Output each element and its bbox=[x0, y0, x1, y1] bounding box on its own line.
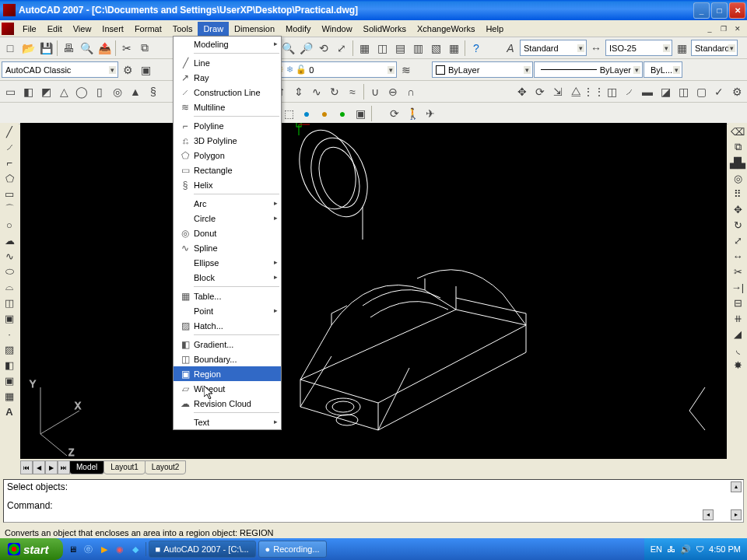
textstyle-selector[interactable]: Standard bbox=[520, 40, 587, 56]
app-menu-icon[interactable] bbox=[2, 23, 14, 35]
start-button[interactable]: start bbox=[0, 538, 63, 560]
ellipsearc-tool[interactable]: ⌓ bbox=[2, 280, 17, 294]
torus-button[interactable]: ◎ bbox=[109, 83, 126, 100]
scale-tool[interactable]: ⤢ bbox=[730, 233, 745, 247]
preview-button[interactable]: 🔍 bbox=[78, 40, 95, 57]
mdi-close-button[interactable]: ✕ bbox=[731, 23, 744, 34]
break-tool[interactable]: ⊟ bbox=[730, 296, 745, 310]
tab-first-button[interactable]: ⏮ bbox=[20, 460, 33, 474]
drawing-canvas[interactable]: Y X Z bbox=[20, 123, 727, 459]
mtext-tool[interactable]: A bbox=[2, 404, 17, 418]
revcloud-tool[interactable]: ☁ bbox=[2, 233, 17, 247]
tray-lang[interactable]: EN bbox=[651, 544, 662, 554]
properties-button[interactable]: ▦ bbox=[356, 40, 373, 57]
copy-tool[interactable]: ⧉ bbox=[730, 140, 745, 154]
erase-tool[interactable]: ⌫ bbox=[730, 124, 745, 138]
workspace-settings-button[interactable]: ⚙ bbox=[119, 61, 136, 79]
trim-tool[interactable]: ✂ bbox=[730, 264, 745, 278]
workspace-selector[interactable]: AutoCAD Classic bbox=[2, 61, 118, 78]
block-tool[interactable]: ▣ bbox=[2, 311, 17, 325]
tablestyle-selector[interactable]: Standard bbox=[691, 40, 738, 56]
array-tool[interactable]: ⠿ bbox=[730, 187, 745, 201]
2d-wireframe-button[interactable]: ⬚ bbox=[280, 105, 297, 122]
draw-menu-polygon[interactable]: ⬠Polygon bbox=[174, 148, 281, 163]
draw-menu-polyline[interactable]: ⌐Polyline bbox=[174, 118, 281, 133]
minimize-button[interactable]: _ bbox=[693, 2, 710, 19]
tab-layout1[interactable]: Layout1 bbox=[103, 460, 146, 474]
explode-tool[interactable]: ✸ bbox=[730, 358, 745, 372]
stretch-tool[interactable]: ↔ bbox=[730, 249, 745, 263]
layer-selector[interactable]: ☀ ❄ 🔓 0 bbox=[272, 61, 397, 78]
menu-modify[interactable]: Modify bbox=[280, 22, 316, 36]
3dmirror-button[interactable]: ⧋ bbox=[567, 83, 584, 100]
draw-menu-modeling[interactable]: Modeling bbox=[174, 37, 281, 51]
menu-draw[interactable]: Draw bbox=[198, 22, 229, 36]
draw-menu-3d-polyline[interactable]: ⎌3D Polyline bbox=[174, 133, 281, 148]
linetype-selector[interactable]: ByLayer bbox=[534, 61, 643, 78]
open-button[interactable]: 📂 bbox=[19, 40, 37, 57]
dcenter-button[interactable]: ◫ bbox=[374, 40, 391, 57]
pyramid-button[interactable]: ▲ bbox=[127, 83, 144, 100]
draw-menu-rectangle[interactable]: ▭Rectangle bbox=[174, 163, 281, 177]
tab-prev-button[interactable]: ◀ bbox=[33, 460, 45, 474]
draw-menu-spline[interactable]: ∿Spline bbox=[174, 240, 281, 255]
calc-button[interactable]: ▦ bbox=[445, 40, 462, 57]
tray-shield-icon[interactable]: 🛡 bbox=[696, 544, 704, 554]
draw-menu-line[interactable]: ╱Line bbox=[174, 55, 281, 70]
fillet-tool[interactable]: ◟ bbox=[730, 342, 745, 356]
presspull-button[interactable]: ⇕ bbox=[290, 83, 307, 100]
check-button[interactable]: ✓ bbox=[710, 83, 728, 100]
section-button[interactable]: ◫ bbox=[603, 83, 620, 100]
rectangle-tool[interactable]: ▭ bbox=[2, 187, 17, 201]
ql-ie-icon[interactable]: ⓔ bbox=[82, 542, 96, 556]
draw-menu-ellipse[interactable]: Ellipse bbox=[174, 255, 281, 270]
draw-menu-region[interactable]: ▣Region bbox=[174, 366, 281, 381]
tray-clock[interactable]: 4:50 PM bbox=[709, 544, 741, 554]
table-tool[interactable]: ▦ bbox=[2, 389, 17, 403]
arc-tool[interactable]: ⌒ bbox=[2, 202, 17, 216]
layer-manager-button[interactable]: ≋ bbox=[398, 61, 415, 79]
menu-view[interactable]: View bbox=[68, 22, 97, 36]
zoom-window-button[interactable]: 🔎 bbox=[297, 40, 314, 57]
ql-desktop-icon[interactable]: 🖥 bbox=[66, 542, 80, 556]
walk-button[interactable]: 🚶 bbox=[404, 105, 421, 122]
cylinder-button[interactable]: ▯ bbox=[91, 83, 108, 100]
wedge-button[interactable]: ◩ bbox=[37, 83, 54, 100]
ql-media-icon[interactable]: ▶ bbox=[97, 542, 111, 556]
sheet-set-button[interactable]: ▥ bbox=[409, 40, 426, 57]
xline-tool[interactable]: ⟋ bbox=[2, 140, 17, 154]
line-tool[interactable]: ╱ bbox=[2, 124, 17, 138]
shell-button[interactable]: ▢ bbox=[693, 83, 710, 100]
menu-edit[interactable]: Edit bbox=[42, 22, 68, 36]
maximize-button[interactable]: □ bbox=[711, 2, 728, 19]
draw-menu-point[interactable]: Point bbox=[174, 303, 281, 318]
zoom-extents-button[interactable]: ⤢ bbox=[333, 40, 350, 57]
menu-tools[interactable]: Tools bbox=[167, 22, 198, 36]
system-tray[interactable]: EN 🖧 🔊 🛡 4:50 PM bbox=[644, 538, 747, 560]
setup-button[interactable]: ⚙ bbox=[728, 83, 745, 100]
zoom-prev-button[interactable]: ⟲ bbox=[315, 40, 332, 57]
draw-menu-text[interactable]: Text bbox=[174, 415, 281, 429]
mdi-restore-button[interactable]: ❐ bbox=[717, 23, 730, 34]
polygon-tool[interactable]: ⬠ bbox=[2, 171, 17, 185]
3dalign-button[interactable]: ⇲ bbox=[549, 83, 566, 100]
draw-menu-wipeout[interactable]: ▱Wipeout bbox=[174, 381, 281, 396]
tray-vol-icon[interactable]: 🔊 bbox=[680, 544, 691, 555]
sweep-button[interactable]: ∿ bbox=[308, 83, 325, 100]
markup-button[interactable]: ▧ bbox=[427, 40, 444, 57]
3drotate-button[interactable]: ⟳ bbox=[531, 83, 549, 100]
gradient-tool[interactable]: ◧ bbox=[2, 358, 17, 372]
draw-menu-hatch[interactable]: ▨Hatch... bbox=[174, 318, 281, 333]
close-button[interactable]: ✕ bbox=[729, 2, 745, 19]
circle-tool[interactable]: ○ bbox=[2, 218, 17, 232]
draw-menu-gradient[interactable]: ◧Gradient... bbox=[174, 337, 281, 352]
ql-app2-icon[interactable]: ◆ bbox=[128, 542, 142, 556]
join-tool[interactable]: ⧺ bbox=[730, 311, 745, 325]
tab-next-button[interactable]: ▶ bbox=[45, 460, 58, 474]
draw-menu-construction-line[interactable]: ⟋Construction Line bbox=[174, 85, 281, 100]
menu-solidworks[interactable]: SolidWorks bbox=[358, 22, 412, 36]
menu-help[interactable]: Help bbox=[480, 22, 509, 36]
union-button[interactable]: ∪ bbox=[366, 83, 384, 100]
ellipse-tool[interactable]: ⬭ bbox=[2, 264, 17, 278]
publish-button[interactable]: 📤 bbox=[96, 40, 113, 57]
